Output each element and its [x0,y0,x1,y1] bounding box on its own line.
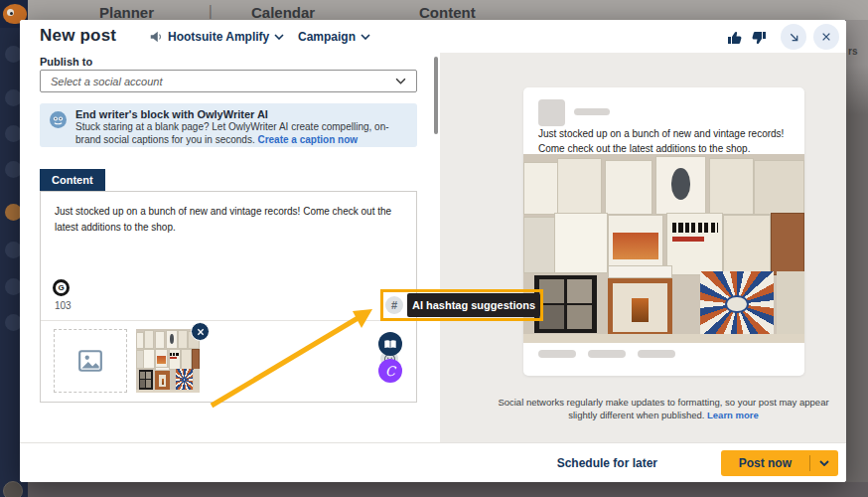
skeleton-bar [538,350,576,358]
grammarly-icon[interactable]: G [53,279,70,296]
records-photo [136,329,200,393]
media-library-button[interactable] [378,332,402,356]
composer-pane: Publish to Select a social account End w… [20,53,440,442]
decorative-shape [613,233,658,258]
decorative-shape [771,213,804,275]
background-tab-bar: Planner | Calendar Content [28,0,868,20]
decorative-shape [139,370,153,390]
preview-photo [523,154,804,343]
chevron-down-icon [274,34,284,40]
decorative-shape [146,372,152,380]
decorative-shape [166,330,178,350]
new-post-modal: New post Hootsuite Amplify Campaign Publ [20,20,846,482]
decorative-shape [140,380,146,388]
book-icon [383,339,397,350]
decorative-shape [666,213,723,275]
tab-calendar[interactable]: Calendar [251,4,315,21]
preview-disclaimer: Social networks regularly make updates t… [495,396,832,422]
character-count: 103 [55,300,72,311]
add-media-button[interactable] [54,329,127,393]
decorative-shape [725,295,749,314]
learn-more-link[interactable]: Learn more [707,410,759,420]
schedule-for-later-button[interactable]: Schedule for later [557,456,657,470]
decorative-shape [176,369,193,391]
grammarly-glyph: G [58,283,64,292]
app-screen: Planner | Calendar Content rs New post H… [0,0,868,497]
remove-media-button[interactable] [191,322,210,341]
tab-content-composer[interactable]: Content [40,169,105,191]
tab-planner[interactable]: Planner [99,4,154,21]
publish-to-label: Publish to [40,56,92,68]
decorative-shape [539,305,564,329]
decorative-shape [144,330,154,349]
thumbs-down-icon[interactable] [751,30,767,46]
decorative-shape [523,217,557,273]
decorative-shape [136,390,200,393]
tab-separator: | [209,3,213,19]
skeleton-bar [574,108,610,115]
post-now-button[interactable]: Post now [721,450,838,476]
owlywriter-banner: End writer's block with OwlyWriter AI St… [40,103,417,147]
owly-icon [50,111,67,128]
decorative-shape [608,265,672,278]
preview-pane: Just stocked up on a bunch of new and vi… [440,53,846,442]
decorative-shape [157,356,166,364]
post-now-dropdown[interactable] [810,460,838,466]
image-placeholder-icon [77,348,103,374]
records-photo [523,154,804,343]
campaign-label: Campaign [298,30,356,44]
decorative-shape [170,353,179,356]
decorative-shape [192,349,200,370]
decorative-shape [605,160,652,215]
popout-button[interactable] [781,24,806,50]
skeleton-bar [638,350,675,358]
content-tab-label: Content [52,174,93,186]
tab-content[interactable]: Content [419,4,476,21]
amplify-label: Hootsuite Amplify [168,30,269,44]
close-icon [197,328,205,336]
arrow-diagonal-icon [789,32,799,43]
post-now-label[interactable]: Post now [721,456,809,470]
avatar[interactable] [3,481,23,497]
amplify-icon [149,30,163,44]
ai-hashtag-button[interactable]: # [385,296,403,314]
preview-post-text: Just stocked up on a bunch of new and vi… [538,127,791,156]
create-caption-link[interactable]: Create a caption now [257,134,358,145]
skeleton-bar [588,350,626,358]
decorative-shape [655,156,706,215]
tooltip-text: AI hashtag suggestions [412,299,535,311]
scrollbar-thumb[interactable] [434,57,438,134]
skeleton-actions [538,350,675,358]
decorative-shape [155,371,170,391]
decorative-shape [709,158,754,215]
select-placeholder: Select a social account [51,76,395,87]
decorative-shape [194,369,200,391]
decorative-shape [539,279,564,303]
canva-glyph: C [385,364,395,379]
content-card: Just stocked up on a bunch of new and vi… [40,191,417,403]
decorative-shape [608,278,672,337]
decorative-shape [146,380,152,388]
decorative-shape [523,334,804,344]
post-textarea[interactable]: Just stocked up on a bunch of new and vi… [55,204,408,235]
banner-title: End writer's block with OwlyWriter AI [75,108,268,120]
close-button[interactable] [813,24,839,50]
canva-button[interactable]: C [378,359,402,383]
decorative-shape [672,237,705,242]
close-icon [821,32,831,42]
campaign-dropdown[interactable]: Campaign [298,30,370,44]
media-thumbnail[interactable] [136,329,200,393]
decorative-shape [754,160,804,215]
decorative-shape [182,377,187,383]
thumbs-up-icon[interactable] [727,30,743,46]
hashtag-tooltip: AI hashtag suggestions [407,293,540,317]
social-account-select[interactable]: Select a social account [40,70,417,92]
decorative-shape [170,334,174,344]
decorative-shape [534,275,596,334]
dimmed-background [846,20,868,482]
decorative-shape [554,213,608,273]
amplify-dropdown[interactable]: Hootsuite Amplify [149,30,284,44]
decorative-shape [672,223,718,233]
decorative-shape [169,349,182,370]
disclaimer-text: Social networks regularly make updates t… [498,397,828,420]
